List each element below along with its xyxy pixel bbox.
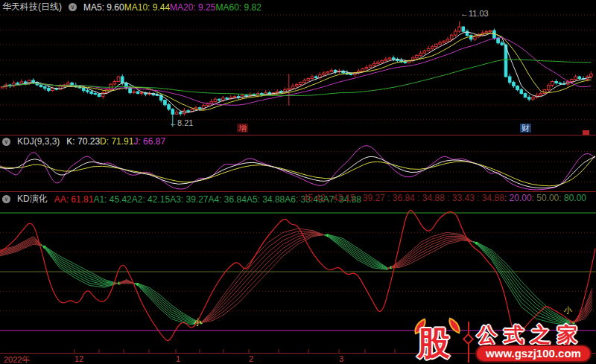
kd-evo-value: A1: 45.42 [93, 194, 131, 205]
xiao-signal-label: 小 [564, 305, 572, 316]
ma-value: MA5: 9.60 [83, 2, 124, 13]
kd-evo-value: A3: 39.27 [170, 194, 208, 205]
cai-marker-badge: 财 [520, 124, 531, 132]
price-low-annotation: ←8.21 [169, 118, 193, 127]
kd-evo-header-right: : 45.42 : 42.15 : 39.27 : 36.84 : 34.88 … [298, 193, 586, 203]
kd-evo-value: : 45.42 : 42.15 : 39.27 : 36.84 : 34.88 … [298, 193, 504, 203]
logo-site-name: 公式之家 [477, 322, 584, 348]
stock-title: 华天科技(日线) [2, 1, 62, 13]
gszj-watermark-logo: 股 公式之家 www.gszj100.com [411, 319, 596, 364]
chart-canvas[interactable] [0, 0, 596, 364]
kd-evo-values-secondary: : 45.42 : 42.15 : 39.27 : 36.84 : 34.88 … [298, 193, 586, 203]
axis-tick-label: 2022年 [4, 354, 30, 364]
zeng-marker-badge: 增 [237, 124, 248, 132]
chevron-down-icon[interactable]: ∨ [2, 195, 10, 203]
ma-value: MA10: 9.44 [124, 2, 170, 13]
price-high-annotation: ←11.03 [460, 9, 489, 18]
diamond-icon [463, 333, 475, 345]
axis-tick-label: 3 [339, 354, 343, 363]
chevron-down-icon[interactable]: ∨ [69, 3, 77, 11]
kd-evo-value: A5: 34.88 [247, 194, 285, 205]
ma-value: MA20: 9.25 [170, 2, 215, 13]
kd-evo-value: A2: 42.15 [132, 194, 170, 205]
kdj-values: K: 70.23D: 71.91J: 66.87 [66, 136, 165, 147]
stock-app-window: 华天科技(日线) ∨ MA5: 9.60MA10: 9.44MA20: 9.25… [0, 0, 596, 364]
kdj-value: D: 71.91 [100, 136, 133, 147]
kdj-value: J: 66.87 [133, 136, 165, 147]
ma-values: MA5: 9.60MA10: 9.44MA20: 9.25MA60: 9.82 [83, 2, 261, 13]
kd-evo-value: : 20.00 [504, 193, 532, 203]
main-chart-header: 华天科技(日线) ∨ MA5: 9.60MA10: 9.44MA20: 9.25… [2, 1, 261, 13]
kd-evo-value: : 80.00 [559, 193, 586, 203]
axis-tick-label: 1 [176, 354, 180, 363]
logo-site-url: www.gszj100.com [477, 346, 590, 361]
ma-value: MA60: 9.82 [215, 2, 261, 13]
kd-evo-title: KD演化 [17, 193, 48, 205]
kdj-value: K: 70.23 [66, 136, 100, 147]
xiao-signal-label: 小 [194, 317, 202, 328]
kd-evo-value: A4: 36.84 [209, 194, 247, 205]
axis-tick-label: 2 [249, 354, 253, 363]
chevron-down-icon[interactable]: ∨ [2, 138, 10, 146]
kd-evo-value: AA: 61.81 [54, 194, 94, 205]
kdj-title: KDJ(9,3,3) [17, 136, 60, 147]
kd-evo-value: : 50.00 [532, 193, 559, 203]
axis-tick-label: 12 [74, 354, 83, 363]
kdj-header: ∨ KDJ(9,3,3) K: 70.23D: 71.91J: 66.87 [2, 136, 165, 147]
logo-gu-character: 股 [417, 322, 450, 364]
